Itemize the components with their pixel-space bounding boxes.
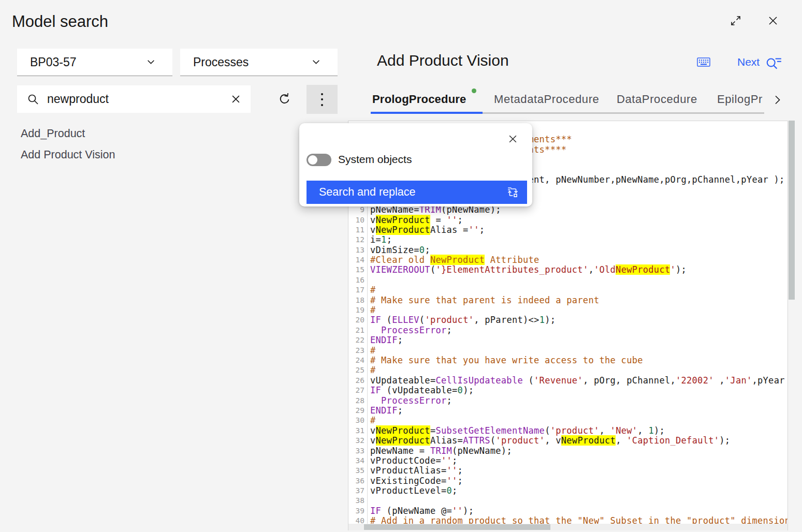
code-text: ENDIF; [367, 335, 403, 345]
search-replace-icon [507, 186, 519, 198]
detail-title: Add Product Vision [377, 52, 509, 69]
code-line: 13vDimSize=0; [348, 245, 788, 255]
code-line: 11vNewProductAlias =''; [348, 225, 788, 235]
code-line: 12i=1; [348, 235, 788, 245]
code-line: 29ENDIF; [348, 406, 788, 416]
search-result-item[interactable]: Add Product Vision [21, 149, 115, 161]
kebab-dot [321, 93, 323, 95]
line-number: 12 [348, 235, 367, 245]
line-number: 31 [348, 426, 367, 436]
tabbar-baseline [483, 112, 764, 114]
popup-close-button[interactable] [505, 131, 520, 146]
line-number: 39 [348, 506, 367, 516]
clear-search-icon[interactable] [231, 95, 240, 104]
line-number: 22 [348, 335, 367, 345]
code-text: vNewProduct = ''; [367, 215, 463, 225]
window-title: Model search [12, 12, 108, 31]
line-number: 18 [348, 295, 367, 305]
line-number: 10 [348, 215, 367, 225]
vertical-scrollbar-thumb[interactable] [789, 121, 795, 300]
code-line: 30# [348, 416, 788, 425]
code-text: IF (ELLEV('product', pParent)<>1); [367, 315, 556, 325]
line-number: 24 [348, 356, 367, 365]
code-text: vProductAlias=''; [367, 466, 463, 476]
keyboard-shortcuts-button[interactable] [697, 56, 710, 68]
next-match-button[interactable]: Next [737, 56, 760, 68]
code-text: ProcessError; [367, 326, 452, 335]
vertical-scrollbar[interactable] [788, 121, 795, 530]
code-text: vNewProductAlias=ATTRS('product', vNewPr… [367, 436, 730, 446]
code-text: # [367, 285, 376, 295]
tab-metadata-procedure[interactable]: MetadataProcedure [494, 93, 599, 106]
code-line: 20IF (ELLEV('product', pParent)<>1); [348, 315, 788, 325]
close-icon [508, 134, 518, 144]
code-line: 17# [348, 285, 788, 295]
tab-data-procedure[interactable]: DataProcedure [617, 93, 697, 106]
code-text: ProcessError; [367, 396, 452, 406]
horizontal-scrollbar[interactable] [348, 524, 788, 530]
chevron-right-icon [771, 94, 783, 106]
line-number: 34 [348, 456, 367, 466]
code-line: 25# [348, 365, 788, 375]
code-text: vProductCode=''; [367, 456, 458, 466]
code-line: 39IF (pNewName @=''); [348, 506, 788, 516]
search-lines-icon [765, 54, 782, 72]
code-text: VIEWZEROOUT('}ElementAttributes_product'… [367, 265, 687, 275]
search-input[interactable]: newproduct [17, 85, 251, 113]
code-text: pNewName=TRIM(pNewName); [367, 205, 501, 215]
code-text [367, 496, 370, 506]
find-next-icon[interactable] [765, 54, 782, 72]
line-number: 27 [348, 386, 367, 395]
maximize-button[interactable] [729, 14, 742, 27]
refresh-icon [278, 92, 291, 106]
system-objects-label: System objects [338, 153, 412, 166]
chevron-down-icon [312, 60, 320, 65]
code-line: 31vNewProduct=SubsetGetElementName('prod… [348, 426, 788, 436]
search-and-replace-button[interactable]: Search and replace [307, 181, 527, 204]
code-text: ENDIF; [367, 406, 403, 416]
search-result-item[interactable]: Add_Product [21, 127, 85, 140]
line-number: 38 [348, 496, 367, 506]
system-objects-toggle[interactable] [307, 154, 331, 166]
horizontal-scrollbar-thumb[interactable] [364, 524, 550, 530]
search-icon [27, 94, 39, 105]
code-text: vUpdateable=CellIsUpdateable ('Revenue',… [367, 376, 788, 386]
code-line: 24# Make sure that you have write access… [348, 356, 788, 365]
code-line: 16 [348, 275, 788, 285]
refresh-button[interactable] [278, 92, 291, 106]
tab-epilog-procedure[interactable]: EpilogProcedure [717, 93, 763, 106]
code-text: IF (pNewName @=''); [367, 506, 474, 516]
tabs-scroll-right-button[interactable] [771, 94, 783, 106]
code-text: # [367, 305, 376, 315]
line-number: 30 [348, 416, 367, 425]
model-dropdown[interactable]: BP03-57 [17, 49, 172, 76]
chevron-down-icon [147, 60, 155, 65]
object-type-dropdown[interactable]: Processes [180, 49, 338, 76]
line-number: 16 [348, 275, 367, 285]
code-text: IF (vUpdateable=0); [367, 386, 474, 395]
tab-prolog-procedure[interactable]: PrologProcedure [372, 93, 466, 106]
line-number: 20 [348, 315, 367, 325]
line-number: 28 [348, 396, 367, 406]
close-button[interactable] [767, 14, 779, 27]
search-options-menu-button[interactable] [307, 85, 338, 114]
code-text: # Make sure that you have write access t… [367, 356, 643, 365]
maximize-icon [729, 14, 742, 27]
code-line: 15VIEWZEROOUT('}ElementAttributes_produc… [348, 265, 788, 275]
line-number: 15 [348, 265, 367, 275]
line-number: 19 [348, 305, 367, 315]
line-number: 13 [348, 245, 367, 255]
code-text: pNewName = TRIM(pNewName); [367, 446, 512, 456]
code-text: vNewProductAlias =''; [367, 225, 485, 235]
code-line: 28 ProcessError; [348, 396, 788, 406]
object-type-dropdown-value: Processes [193, 55, 249, 69]
code-line: 22ENDIF; [348, 335, 788, 345]
line-number: 25 [348, 365, 367, 375]
code-text: vDimSize=0; [367, 245, 430, 255]
kebab-dot [321, 98, 323, 100]
line-number: 11 [348, 225, 367, 235]
code-line: 34vProductCode=''; [348, 456, 788, 466]
line-number: 23 [348, 346, 367, 356]
code-line: 21 ProcessError; [348, 326, 788, 335]
code-text: #Clear old NewProduct Attribute [367, 255, 539, 265]
